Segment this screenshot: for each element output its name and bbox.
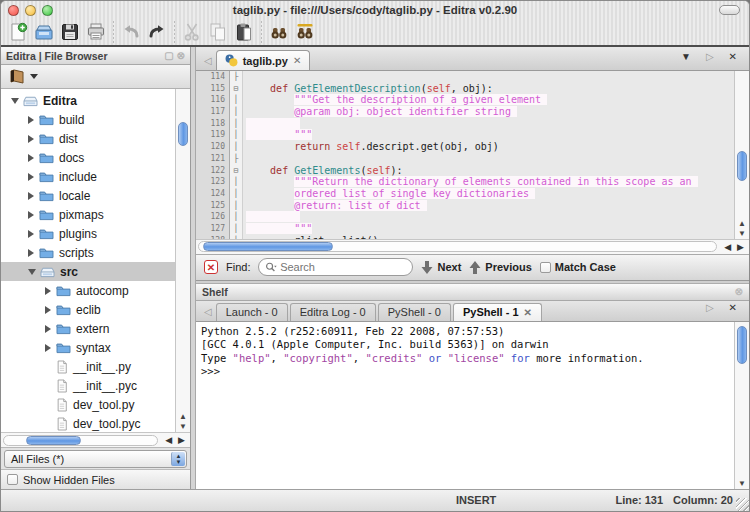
editor-horizontal-scrollbar[interactable]: ◀▶ bbox=[196, 239, 749, 254]
resize-grip[interactable] bbox=[736, 498, 749, 511]
code-line[interactable]: 114├ bbox=[196, 71, 734, 83]
tree-vertical-scrollbar[interactable]: ▲▼ bbox=[175, 89, 190, 432]
disclosure-closed-icon[interactable] bbox=[45, 306, 51, 314]
paste-button[interactable] bbox=[231, 20, 257, 44]
disclosure-open-icon[interactable] bbox=[28, 269, 36, 275]
code-line[interactable]: 115⊟ def GetElementDescription(self, obj… bbox=[196, 83, 734, 95]
find-previous-button[interactable]: Previous bbox=[469, 261, 531, 274]
tree-item-dev-tool-pyc[interactable]: dev_tool.pyc bbox=[1, 414, 175, 432]
cut-button[interactable] bbox=[179, 20, 205, 44]
tree-item-autocomp[interactable]: autocomp bbox=[1, 281, 175, 300]
tree-item-eclib[interactable]: eclib bbox=[1, 300, 175, 319]
disclosure-closed-icon[interactable] bbox=[28, 173, 34, 181]
undo-button[interactable] bbox=[118, 20, 144, 44]
pyshell-output[interactable]: Python 2.5.2 (r252:60911, Feb 22 2008, 0… bbox=[196, 322, 734, 490]
tree-item-docs[interactable]: docs bbox=[1, 148, 175, 167]
tree-item-include[interactable]: include bbox=[1, 167, 175, 186]
disclosure-closed-icon[interactable] bbox=[28, 135, 34, 143]
tree-item-build[interactable]: build bbox=[1, 110, 175, 129]
tab-taglib-py[interactable]: taglib.py ✕ bbox=[216, 50, 311, 70]
scroll-down-icon[interactable]: ▼ bbox=[738, 480, 746, 488]
tree-item-dev-tool-py[interactable]: dev_tool.py bbox=[1, 395, 175, 414]
code-line[interactable]: 122⊟ def GetElements(self): bbox=[196, 165, 734, 177]
scroll-down-icon[interactable]: ▼ bbox=[738, 230, 746, 238]
match-case-option[interactable]: Match Case bbox=[540, 261, 616, 273]
disclosure-closed-icon[interactable] bbox=[45, 287, 51, 295]
titlebar[interactable]: taglib.py - file:///Users/cody/taglib.py… bbox=[1, 1, 749, 19]
tab-close-icon[interactable]: ✕ bbox=[524, 307, 532, 318]
code-line[interactable]: 120│ return self.descript.get(obj, obj) bbox=[196, 141, 734, 153]
disclosure-open-icon[interactable] bbox=[11, 98, 19, 104]
scroll-up-icon[interactable]: ▲ bbox=[179, 413, 187, 421]
directory-icon[interactable] bbox=[7, 68, 27, 86]
shell-vertical-scrollbar[interactable]: ▼ bbox=[734, 322, 749, 490]
disclosure-closed-icon[interactable] bbox=[28, 230, 34, 238]
search-field[interactable] bbox=[258, 258, 413, 276]
fold-margin[interactable]: ⊟ bbox=[230, 83, 243, 95]
scroll-thumb[interactable] bbox=[203, 242, 333, 251]
shelf-close-icon[interactable]: ⊗ bbox=[735, 286, 743, 297]
disclosure-closed-icon[interactable] bbox=[28, 116, 34, 124]
shelf-tab-editra-log-0[interactable]: Editra Log - 0 bbox=[290, 303, 376, 321]
code-editor[interactable]: 114├115⊟ def GetElementDescription(self,… bbox=[196, 71, 734, 239]
tree-item-locale[interactable]: locale bbox=[1, 186, 175, 205]
panel-close-icon[interactable]: ⊗ bbox=[177, 50, 185, 61]
stepper-icon[interactable]: ▲▼ bbox=[171, 452, 185, 466]
search-input[interactable] bbox=[280, 261, 406, 273]
tabs-scroll-left-icon[interactable]: ◁ bbox=[200, 55, 216, 70]
tree-item-pixmaps[interactable]: pixmaps bbox=[1, 205, 175, 224]
scroll-down-icon[interactable]: ▼ bbox=[179, 423, 187, 431]
disclosure-closed-icon[interactable] bbox=[45, 344, 51, 352]
shelf-tabs-scroll-left-icon[interactable]: ◁ bbox=[200, 306, 216, 321]
tree-item-syntax[interactable]: syntax bbox=[1, 338, 175, 357]
copy-button[interactable] bbox=[205, 20, 231, 44]
tree-item--init-py[interactable]: __init__.py bbox=[1, 357, 175, 376]
code-line[interactable]: 126│ bbox=[196, 211, 734, 223]
shelf-tab-pyshell-0[interactable]: PyShell - 0 bbox=[378, 303, 451, 321]
scroll-thumb[interactable] bbox=[26, 436, 81, 445]
editor-vertical-scrollbar[interactable]: ▲▼ bbox=[734, 71, 749, 239]
disclosure-closed-icon[interactable] bbox=[28, 154, 34, 162]
find-next-button[interactable]: Next bbox=[421, 261, 461, 274]
toolbar-toggle-button[interactable] bbox=[719, 5, 740, 15]
panel-detach-icon[interactable]: ▢ bbox=[164, 50, 173, 61]
disclosure-closed-icon[interactable] bbox=[28, 192, 34, 200]
scroll-thumb[interactable] bbox=[737, 326, 747, 364]
scroll-right-icon[interactable]: ▶ bbox=[737, 242, 744, 252]
shelf-tab-close-icon[interactable]: ✕ bbox=[725, 302, 741, 317]
fold-margin[interactable]: ⊟ bbox=[230, 165, 243, 177]
disclosure-closed-icon[interactable] bbox=[28, 249, 34, 257]
find-button[interactable] bbox=[266, 20, 292, 44]
tree-item--init-pyc[interactable]: __init__.pyc bbox=[1, 376, 175, 395]
disclosure-closed-icon[interactable] bbox=[28, 211, 34, 219]
disclosure-closed-icon[interactable] bbox=[45, 325, 51, 333]
redo-button[interactable] bbox=[144, 20, 170, 44]
find-replace-button[interactable] bbox=[292, 20, 318, 44]
code-line[interactable]: 117│ @param obj: object identifier strin… bbox=[196, 106, 734, 118]
file-filter-select[interactable]: All Files (*) ▲▼ bbox=[4, 450, 187, 468]
shelf-tabs-scroll-right-icon[interactable]: ▷ bbox=[702, 302, 718, 317]
tabs-scroll-right-icon[interactable]: ▷ bbox=[702, 51, 718, 66]
code-line[interactable]: 125│ @return: list of dict bbox=[196, 200, 734, 212]
scroll-left-icon[interactable]: ◀ bbox=[165, 435, 172, 445]
scroll-right-icon[interactable]: ▶ bbox=[178, 435, 185, 445]
match-case-checkbox[interactable] bbox=[540, 262, 551, 273]
tab-list-icon[interactable]: ▼ bbox=[677, 51, 695, 66]
new-file-button[interactable] bbox=[5, 20, 31, 44]
tree-item-src[interactable]: src bbox=[1, 262, 175, 281]
code-line[interactable]: 123│ """Return the dictionary of element… bbox=[196, 176, 734, 188]
code-line[interactable]: 119│ """ bbox=[196, 129, 734, 141]
save-button[interactable] bbox=[57, 20, 83, 44]
tree-item-plugins[interactable]: plugins bbox=[1, 224, 175, 243]
chevron-down-icon[interactable] bbox=[30, 74, 38, 79]
scroll-left-icon[interactable]: ◀ bbox=[724, 242, 731, 252]
tree-item-scripts[interactable]: scripts bbox=[1, 243, 175, 262]
scroll-thumb[interactable] bbox=[178, 122, 188, 146]
find-close-icon[interactable]: ✕ bbox=[204, 260, 218, 274]
tab-close-icon[interactable]: ✕ bbox=[293, 55, 301, 66]
code-line[interactable]: 121├ bbox=[196, 153, 734, 165]
shelf-tab-pyshell-1[interactable]: PyShell - 1✕ bbox=[453, 303, 542, 321]
scroll-up-icon[interactable]: ▲ bbox=[738, 220, 746, 228]
open-button[interactable] bbox=[31, 20, 57, 44]
tree-horizontal-scrollbar[interactable]: ◀▶ bbox=[1, 432, 190, 447]
